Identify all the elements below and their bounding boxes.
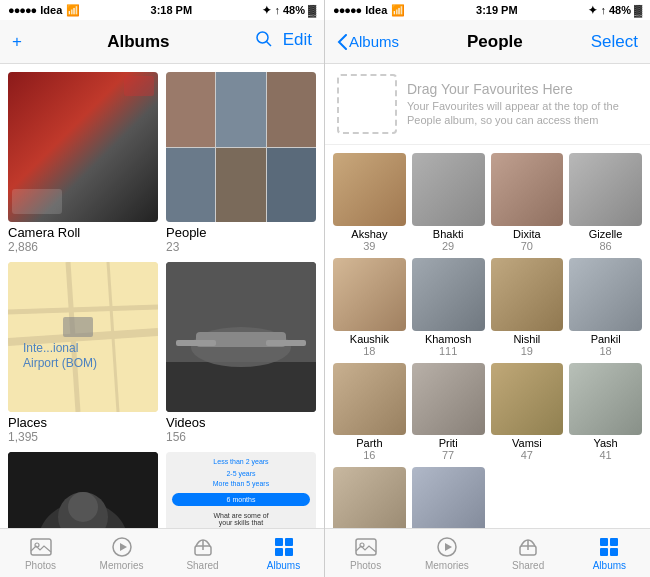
album-places[interactable]: Inte...ional Airport (BOM) Places 1,395 xyxy=(8,262,158,444)
right-signal-dots: ●●●●● xyxy=(333,4,361,16)
videos-svg xyxy=(166,262,316,412)
person-bhakti[interactable]: Bhakti 29 xyxy=(412,153,485,252)
camera-roll-count: 2,886 xyxy=(8,240,158,254)
albums-tab-icon-right xyxy=(598,536,620,558)
left-panel: ●●●●● Idea 📶 3:18 PM ✦ ↑ 48% ▓ + Albums … xyxy=(0,0,325,577)
memories-tab-icon xyxy=(111,536,133,558)
left-tab-albums[interactable]: Albums xyxy=(243,536,324,571)
right-tab-photos[interactable]: Photos xyxy=(325,536,406,571)
fav-text: Drag Your Favourites Here Your Favourite… xyxy=(407,81,638,128)
right-status-right: ✦ ↑ 48% ▓ xyxy=(588,4,642,17)
album-row-2: Inte...ional Airport (BOM) Places 1,395 xyxy=(8,262,316,444)
people-content: Drag Your Favourites Here Your Favourite… xyxy=(325,64,650,528)
right-shared-tab-icon xyxy=(517,536,539,558)
right-tab-shared[interactable]: Shared xyxy=(488,536,569,571)
akshay-count: 39 xyxy=(363,240,375,252)
right-carrier-info: ●●●●● Idea 📶 xyxy=(333,4,405,17)
svg-point-0 xyxy=(257,32,268,43)
right-tab-photos-label: Photos xyxy=(350,560,381,571)
camera-roll-thumb xyxy=(8,72,158,222)
person-dixita[interactable]: Dixita 70 xyxy=(491,153,564,252)
memories-thumb xyxy=(8,452,158,528)
search-button[interactable] xyxy=(255,30,273,53)
bhakti-count: 29 xyxy=(442,240,454,252)
pankil-count: 18 xyxy=(600,345,612,357)
people-album-count: 23 xyxy=(166,240,316,254)
camera-roll-label: Camera Roll xyxy=(8,225,158,240)
dixita-photo xyxy=(491,153,564,226)
left-status-right: ✦ ↑ 48% ▓ xyxy=(262,4,316,17)
search-icon xyxy=(255,30,273,48)
person-vamsi[interactable]: Vamsi 47 xyxy=(491,363,564,462)
fav-title: Drag Your Favourites Here xyxy=(407,81,638,97)
right-tab-albums[interactable]: Albums xyxy=(569,536,650,571)
add-button[interactable]: + xyxy=(12,32,22,52)
khamosh-count: 111 xyxy=(439,345,457,357)
chat-question: What are some ofyour skills that xyxy=(172,512,310,526)
select-button[interactable]: Select xyxy=(591,32,638,52)
places-thumb: Inte...ional Airport (BOM) xyxy=(8,262,158,412)
khamosh-name: Khamosh xyxy=(425,333,471,345)
album-chat[interactable]: Less than 2 years 2-5 years More than 5 … xyxy=(166,452,316,528)
pankil-photo xyxy=(569,258,642,331)
person-kaushik[interactable]: Kaushik 18 xyxy=(333,258,406,357)
person-yash[interactable]: Yash 41 xyxy=(569,363,642,462)
gizelle-count: 86 xyxy=(600,240,612,252)
khamosh-photo xyxy=(412,258,485,331)
person-nishil[interactable]: Nishil 19 xyxy=(491,258,564,357)
parth-photo xyxy=(333,363,406,436)
left-carrier: Idea xyxy=(40,4,62,16)
album-memories[interactable] xyxy=(8,452,158,528)
left-wifi-icon: 📶 xyxy=(66,4,80,17)
kaushik-name: Kaushik xyxy=(350,333,389,345)
left-nav-bar: + Albums Edit xyxy=(0,20,324,64)
left-carrier-info: ●●●●● Idea 📶 xyxy=(8,4,80,17)
priti-photo xyxy=(412,363,485,436)
right-battery-icon: ▓ xyxy=(634,4,642,16)
right-wifi-icon: 📶 xyxy=(391,4,405,17)
pankil-name: Pankil xyxy=(591,333,621,345)
left-tab-shared[interactable]: Shared xyxy=(162,536,243,571)
people-album-label: People xyxy=(166,225,316,240)
right-arrow-icon: ↑ xyxy=(600,4,606,16)
album-people[interactable]: People 23 xyxy=(166,72,316,254)
left-battery-icon: ▓ xyxy=(308,4,316,16)
left-tab-albums-label: Albums xyxy=(267,560,300,571)
vamsi-photo xyxy=(491,363,564,436)
edit-button[interactable]: Edit xyxy=(283,30,312,53)
nishil-photo xyxy=(491,258,564,331)
people-grid: Akshay 39 Bhakti 29 Dixita 70 Gizelle 86 xyxy=(325,145,650,528)
left-tab-memories[interactable]: Memories xyxy=(81,536,162,571)
back-button[interactable]: Albums xyxy=(337,33,399,50)
person-13[interactable] xyxy=(333,467,406,528)
chat-bubble-months: 6 months xyxy=(172,493,310,506)
videos-thumb xyxy=(166,262,316,412)
left-tab-photos[interactable]: Photos xyxy=(0,536,81,571)
person-gizelle[interactable]: Gizelle 86 xyxy=(569,153,642,252)
gizelle-photo xyxy=(569,153,642,226)
person-parth[interactable]: Parth 16 xyxy=(333,363,406,462)
left-status-bar: ●●●●● Idea 📶 3:18 PM ✦ ↑ 48% ▓ xyxy=(0,0,324,20)
albums-grid: Camera Roll 2,886 People 23 xyxy=(0,64,324,528)
person-akshay[interactable]: Akshay 39 xyxy=(333,153,406,252)
person-pankil[interactable]: Pankil 18 xyxy=(569,258,642,357)
kaushik-photo xyxy=(333,258,406,331)
svg-rect-11 xyxy=(166,362,316,412)
svg-rect-37 xyxy=(610,548,618,556)
person-14[interactable] xyxy=(412,467,485,528)
svg-text:Inte...ional: Inte...ional xyxy=(23,341,78,355)
person-khamosh[interactable]: Khamosh 111 xyxy=(412,258,485,357)
back-chevron-icon xyxy=(337,34,347,50)
svg-rect-25 xyxy=(275,538,283,546)
yash-photo xyxy=(569,363,642,436)
vamsi-name: Vamsi xyxy=(512,437,542,449)
svg-rect-36 xyxy=(600,548,608,556)
chat-bar-label1: Less than 2 years xyxy=(172,458,310,465)
chat-bar-label2: 2-5 years xyxy=(172,470,310,477)
album-camera-roll[interactable]: Camera Roll 2,886 xyxy=(8,72,158,254)
right-tab-memories[interactable]: Memories xyxy=(406,536,487,571)
person-priti[interactable]: Priti 77 xyxy=(412,363,485,462)
memories-svg xyxy=(8,452,158,528)
dixita-count: 70 xyxy=(521,240,533,252)
album-videos[interactable]: Videos 156 xyxy=(166,262,316,444)
